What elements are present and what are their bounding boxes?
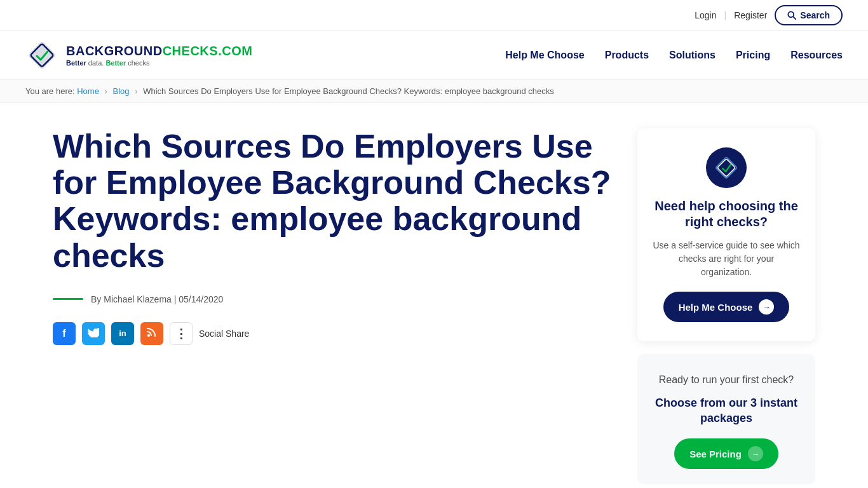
nav-help-me-choose[interactable]: Help Me Choose	[505, 50, 584, 61]
svg-rect-5	[715, 157, 737, 179]
svg-rect-6	[717, 159, 735, 177]
tagline-data: data.	[86, 59, 106, 67]
breadcrumb-prefix: You are here:	[25, 86, 75, 96]
facebook-share-button[interactable]: f	[53, 322, 76, 345]
main-header: BACKGROUNDCHECKS.COM Better data. Better…	[0, 31, 868, 80]
svg-rect-2	[27, 41, 56, 69]
article-title: Which Sources Do Employers Use for Emplo…	[53, 128, 612, 274]
diamond-check-icon	[715, 156, 738, 179]
more-share-button[interactable]: ⋮	[170, 322, 193, 345]
twitter-icon	[88, 327, 99, 340]
social-share: f in	[53, 322, 612, 345]
sidebar: Need help choosing the right checks? Use…	[637, 128, 815, 488]
arrow-circle-green: →	[748, 446, 763, 461]
nav-products[interactable]: Products	[605, 50, 649, 61]
sidebar-card-help-heading: Need help choosing the right checks?	[653, 198, 800, 230]
logo-area: BACKGROUNDCHECKS.COM Better data. Better…	[25, 39, 252, 72]
linkedin-share-button[interactable]: in	[111, 322, 134, 345]
sidebar-pricing-heading: Choose from our 3 instant packages	[653, 396, 800, 426]
logo-icon	[25, 39, 58, 72]
breadcrumb-sep-1: ›	[105, 86, 107, 96]
main-nav: Help Me Choose Products Solutions Pricin…	[505, 50, 843, 61]
sidebar-card-help: Need help choosing the right checks? Use…	[637, 128, 815, 341]
search-label: Search	[800, 10, 830, 20]
sidebar-pricing-top-text: Ready to run your first check?	[653, 373, 800, 387]
tagline-better1: Better	[66, 59, 86, 67]
logo-text-area: BACKGROUNDCHECKS.COM Better data. Better…	[66, 44, 252, 67]
logo-text: BACKGROUNDCHECKS.COM	[66, 44, 252, 58]
login-link[interactable]: Login	[695, 10, 716, 20]
logo-background-text: BACKGROUND	[66, 44, 163, 58]
see-pricing-label: See Pricing	[689, 449, 742, 459]
page-content: Which Sources Do Employers Use for Emplo…	[27, 103, 841, 488]
breadcrumb: You are here: Home › Blog › Which Source…	[0, 80, 868, 103]
nav-solutions[interactable]: Solutions	[669, 50, 715, 61]
social-share-label: Social Share	[199, 329, 249, 339]
logo-tagline: Better data. Better checks	[66, 59, 252, 67]
twitter-share-button[interactable]	[82, 322, 105, 345]
arrow-circle: →	[759, 299, 774, 315]
breadcrumb-blog[interactable]: Blog	[113, 86, 130, 96]
linkedin-icon: in	[119, 329, 126, 338]
facebook-icon: f	[62, 328, 65, 339]
nav-resources[interactable]: Resources	[790, 50, 843, 61]
search-button[interactable]: Search	[775, 5, 843, 25]
more-icon: ⋮	[175, 327, 188, 340]
article-meta: By Michael Klazema | 05/14/2020	[53, 294, 612, 304]
top-bar-divider: |	[724, 10, 727, 20]
breadcrumb-sep-2: ›	[135, 86, 137, 96]
breadcrumb-home[interactable]: Home	[77, 86, 99, 96]
top-bar: Login | Register Search	[0, 0, 868, 31]
article-main: Which Sources Do Employers Use for Emplo…	[53, 128, 612, 488]
breadcrumb-current: Which Sources Do Employers Use for Emplo…	[143, 86, 554, 96]
logo-checks-text: CHECKS.COM	[163, 44, 253, 58]
svg-line-1	[793, 17, 796, 19]
search-icon	[787, 11, 796, 20]
svg-point-4	[147, 334, 150, 337]
rss-share-button[interactable]	[140, 322, 163, 345]
sidebar-card-help-body: Use a self-service guide to see which ch…	[653, 239, 800, 279]
sidebar-card-icon	[706, 147, 747, 188]
help-me-choose-label: Help Me Choose	[679, 302, 753, 313]
help-me-choose-button[interactable]: Help Me Choose →	[663, 292, 790, 322]
meta-line	[53, 298, 83, 300]
register-link[interactable]: Register	[734, 10, 767, 20]
rss-icon	[147, 327, 157, 340]
tagline-checks: checks	[126, 59, 149, 67]
tagline-better2: Better	[105, 59, 126, 67]
see-pricing-button[interactable]: See Pricing →	[674, 438, 778, 469]
arrow-icon: →	[763, 302, 771, 312]
nav-pricing[interactable]: Pricing	[736, 50, 770, 61]
arrow-icon-green: →	[751, 449, 759, 459]
article-author: By Michael Klazema | 05/14/2020	[91, 294, 223, 304]
sidebar-card-pricing: Ready to run your first check? Choose fr…	[637, 354, 815, 484]
